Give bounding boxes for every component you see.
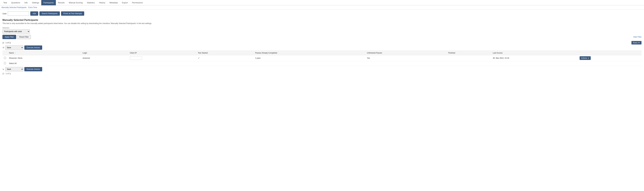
nav-questions[interactable]: Questions <box>9 0 22 5</box>
main-content: User Add Search Participants Finish all … <box>0 9 644 76</box>
table-row: Strassner, Denis strassner ✓ 1 pass Yes … <box>2 55 642 61</box>
actions-button[interactable]: Actions ▼ <box>580 56 591 60</box>
nav-test[interactable]: Test <box>1 0 9 5</box>
actions-dropdown-icon: ▼ <box>588 57 589 59</box>
select-all-checkbox[interactable] <box>4 62 6 64</box>
hide-filter-link[interactable]: Hide Filter <box>633 36 642 38</box>
nav-export[interactable]: Export <box>120 0 130 5</box>
row-name: Strassner, Denis <box>8 55 81 61</box>
rows-label: Rows <box>633 42 638 44</box>
header-checkbox-cell <box>2 51 8 55</box>
finish-all-attempts-button[interactable]: Finish all Test Attempts <box>61 11 84 16</box>
nav-results[interactable]: Results <box>56 0 67 5</box>
search-participants-button[interactable]: Search Participants <box>40 11 60 16</box>
filter-area: Selection Participants with solut Apply … <box>2 27 642 39</box>
row-checkbox-cell <box>2 55 8 61</box>
row-login: strassner <box>81 55 128 61</box>
user-row: User Add Search Participants Finish all … <box>2 11 642 16</box>
row-unfinished-passes: Yes <box>366 55 447 61</box>
table-toolbar-top: (1 - 1 of 1) Rows ▼ <box>2 41 642 44</box>
top-navigation: Test Questions Info Settings Participant… <box>0 0 644 5</box>
header-finished: Finished <box>447 51 491 55</box>
execute-choices-button-bottom[interactable]: Execute choices <box>24 67 42 71</box>
filter-buttons-left: Apply Filter Reset Filter <box>2 35 31 39</box>
header-test-started: Test Started <box>196 51 254 55</box>
name-sort-arrow: ↑ <box>15 52 16 54</box>
row-passes-completed: 1 pass <box>254 55 366 61</box>
apply-filter-button[interactable]: Apply Filter <box>2 35 16 39</box>
nav-statistics[interactable]: Statistics <box>85 0 97 5</box>
actions-label: Actions <box>581 57 587 59</box>
nav-history[interactable]: History <box>97 0 107 5</box>
row-finished <box>447 55 491 61</box>
nav-manual-scoring[interactable]: Manual Scoring <box>67 0 85 5</box>
reset-filter-button[interactable]: Reset Filter <box>17 35 31 39</box>
participants-table: Name ↑ Login Client IP Test Started Pass… <box>2 51 642 66</box>
row-client-ip <box>128 55 196 61</box>
filter-selection-select[interactable]: Participants with solut <box>2 29 30 34</box>
nav-settings[interactable]: Settings <box>30 0 41 5</box>
select-all-checkbox-cell <box>2 61 8 66</box>
nav-metadata[interactable]: Metadata <box>107 0 120 5</box>
subnav-manually-selected[interactable]: Manually Selected Participants <box>2 6 26 8</box>
section-description: This test is only accessible for the man… <box>2 22 642 24</box>
rows-dropdown-icon: ▼ <box>638 42 640 44</box>
row-checkbox[interactable] <box>4 57 6 59</box>
execute-select-top[interactable]: Save <box>5 45 24 50</box>
section-title: Manually Selected Participants <box>2 19 642 21</box>
header-login: Login <box>81 51 128 55</box>
header-last-access: Last Access <box>491 51 578 55</box>
user-input[interactable] <box>8 11 29 16</box>
row-actions-cell: Actions ▼ <box>578 55 642 61</box>
pagination-bottom: (1 - 1 of 1) <box>2 73 642 75</box>
row-last-access: 30. Mar 2024, 15:19 <box>491 55 578 61</box>
select-all-row: Select All <box>2 61 642 66</box>
header-name: Name ↑ <box>8 51 81 55</box>
execute-row-bottom: ↳ Save Execute choices <box>2 67 642 71</box>
test-started-checkmark: ✓ <box>198 57 200 59</box>
nav-info[interactable]: Info <box>22 0 30 5</box>
header-actions <box>578 51 642 55</box>
select-arrow-icon-top: ↺ <box>2 46 4 49</box>
filter-buttons: Apply Filter Reset Filter Hide Filter <box>2 35 642 39</box>
add-button[interactable]: Add <box>30 11 38 16</box>
execute-row-top: ↺ Save Execute choices <box>2 45 642 50</box>
header-unfinished-passes: Unfinished Passes <box>366 51 447 55</box>
subnav-extra-time[interactable]: Extra Time <box>28 6 37 8</box>
header-passes-completed: Passes Already Completed <box>254 51 366 55</box>
table-header-row: Name ↑ Login Client IP Test Started Pass… <box>2 51 642 55</box>
execute-select-bottom[interactable]: Save <box>5 67 24 71</box>
header-client-ip: Client IP <box>128 51 196 55</box>
execute-choices-button-top[interactable]: Execute choices <box>24 45 42 50</box>
select-arrow-icon-bottom: ↳ <box>2 68 4 70</box>
filter-selection-label: Selection <box>2 27 642 29</box>
sub-navigation: Manually Selected Participants Extra Tim… <box>0 5 644 9</box>
client-ip-input[interactable] <box>130 56 142 60</box>
row-test-started: ✓ <box>196 55 254 61</box>
nav-permissions[interactable]: Permissions <box>130 0 145 5</box>
rows-button[interactable]: Rows ▼ <box>631 41 642 44</box>
pagination-top: (1 - 1 of 1) <box>2 42 11 44</box>
select-all-label: Select All <box>8 61 642 66</box>
nav-participants[interactable]: Participants <box>41 0 56 5</box>
user-label: User <box>2 12 6 15</box>
